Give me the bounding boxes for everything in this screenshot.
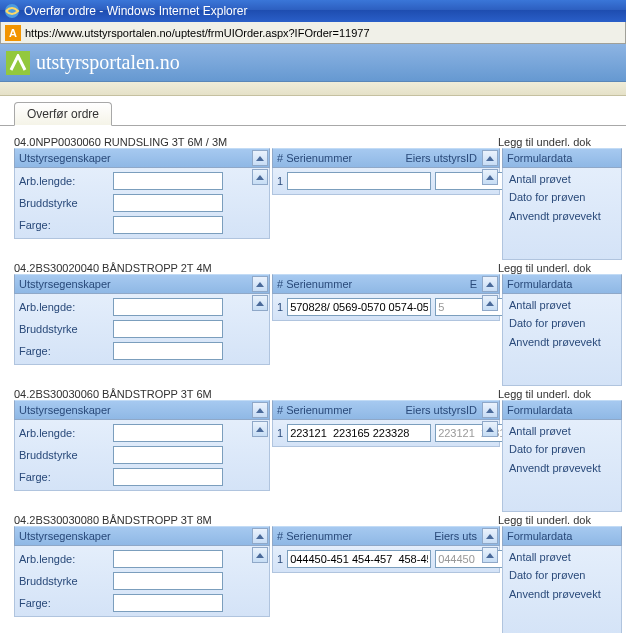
panel-title-utstyr: Utstyrsegenskaper: [19, 404, 111, 416]
expand-icon[interactable]: [252, 295, 268, 311]
input-farge[interactable]: [113, 468, 223, 486]
ie-icon: [4, 3, 20, 19]
col-header-eiers-utstyrsid: E: [386, 278, 495, 290]
panel-utstyrsegenskaper: Utstyrsegenskaper Arb.lengde: Bruddstyrk…: [14, 274, 270, 386]
order-title: 04.2BS30020040 BÅNDSTROPP 2T 4M: [14, 262, 498, 274]
panel-title-utstyr: Utstyrsegenskaper: [19, 530, 111, 542]
collapse-icon[interactable]: [252, 402, 268, 418]
order-title: 04.2BS30030060 BÅNDSTROPP 3T 6M: [14, 388, 498, 400]
col-header-serienummer: # Serienummer: [277, 152, 386, 164]
label-dato-for-proven: Dato for prøven: [503, 564, 621, 582]
label-antall-provet: Antall prøvet: [503, 294, 621, 312]
row-index: 1: [277, 553, 283, 565]
collapse-icon[interactable]: [482, 150, 498, 166]
order-title: 04.0NPP0030060 RUNDSLING 3T 6M / 3M: [14, 136, 498, 148]
input-arb-lengde[interactable]: [113, 298, 223, 316]
input-farge[interactable]: [113, 594, 223, 612]
panel-formulardata: Formulardata Antall prøvet Dato for prøv…: [502, 526, 622, 633]
label-arb-lengde: Arb.lengde:: [19, 553, 109, 565]
label-antall-provet: Antall prøvet: [503, 168, 621, 186]
expand-icon[interactable]: [252, 421, 268, 437]
label-anvendt-provevekt: Anvendt prøvevekt: [503, 457, 621, 475]
label-arb-lengde: Arb.lengde:: [19, 301, 109, 313]
header-divider: [0, 82, 626, 96]
tab-row: Overfør ordre: [0, 96, 626, 126]
add-underlying-doc-link[interactable]: Legg til underl. dok: [498, 262, 591, 274]
input-serienummer[interactable]: [287, 550, 431, 568]
expand-icon[interactable]: [252, 547, 268, 563]
collapse-icon[interactable]: [252, 528, 268, 544]
row-index: 1: [277, 175, 283, 187]
expand-icon[interactable]: [482, 547, 498, 563]
label-dato-for-proven: Dato for prøven: [503, 186, 621, 204]
input-arb-lengde[interactable]: [113, 550, 223, 568]
panel-title-utstyr: Utstyrsegenskaper: [19, 278, 111, 290]
site-name: utstyrsportalen.no: [36, 51, 180, 74]
collapse-icon[interactable]: [482, 528, 498, 544]
col-header-serienummer: # Serienummer: [277, 530, 386, 542]
add-underlying-doc-link[interactable]: Legg til underl. dok: [498, 514, 591, 526]
row-index: 1: [277, 427, 283, 439]
collapse-icon[interactable]: [252, 150, 268, 166]
label-farge: Farge:: [19, 471, 109, 483]
label-farge: Farge:: [19, 345, 109, 357]
add-underlying-doc-link[interactable]: Legg til underl. dok: [498, 136, 591, 148]
panel-title-formular: Formulardata: [507, 404, 572, 416]
input-farge[interactable]: [113, 342, 223, 360]
address-bar: A https://www.utstyrsportalen.no/uptest/…: [0, 22, 626, 44]
main-content: 04.0NPP0030060 RUNDSLING 3T 6M / 3M Legg…: [0, 126, 626, 633]
input-bruddstyrke[interactable]: [113, 446, 223, 464]
label-anvendt-provevekt: Anvendt prøvevekt: [503, 583, 621, 601]
label-farge: Farge:: [19, 597, 109, 609]
collapse-icon[interactable]: [482, 276, 498, 292]
input-bruddstyrke[interactable]: [113, 194, 223, 212]
expand-icon[interactable]: [482, 169, 498, 185]
order-block: 04.2BS30020040 BÅNDSTROPP 2T 4M Legg til…: [14, 262, 622, 386]
site-logo-icon: [6, 51, 30, 75]
panel-serienummer: # Serienummer Eiers utstyrsID 1: [272, 400, 500, 512]
input-arb-lengde[interactable]: [113, 172, 223, 190]
expand-icon[interactable]: [482, 295, 498, 311]
panel-serienummer: # Serienummer Eiers uts 1: [272, 526, 500, 633]
panel-utstyrsegenskaper: Utstyrsegenskaper Arb.lengde: Bruddstyrk…: [14, 400, 270, 512]
input-serienummer[interactable]: [287, 424, 431, 442]
input-farge[interactable]: [113, 216, 223, 234]
expand-icon[interactable]: [482, 421, 498, 437]
label-farge: Farge:: [19, 219, 109, 231]
col-header-serienummer: # Serienummer: [277, 404, 386, 416]
panel-title-formular: Formulardata: [507, 152, 572, 164]
tab-overfor-ordre[interactable]: Overfør ordre: [14, 102, 112, 126]
label-bruddstyrke: Bruddstyrke: [19, 575, 109, 587]
label-arb-lengde: Arb.lengde:: [19, 427, 109, 439]
label-dato-for-proven: Dato for prøven: [503, 438, 621, 456]
input-bruddstyrke[interactable]: [113, 572, 223, 590]
panel-formulardata: Formulardata Antall prøvet Dato for prøv…: [502, 400, 622, 512]
panel-serienummer: # Serienummer E 1: [272, 274, 500, 386]
label-anvendt-provevekt: Anvendt prøvevekt: [503, 205, 621, 223]
order-block: 04.0NPP0030060 RUNDSLING 3T 6M / 3M Legg…: [14, 136, 622, 260]
add-underlying-doc-link[interactable]: Legg til underl. dok: [498, 388, 591, 400]
panel-utstyrsegenskaper: Utstyrsegenskaper Arb.lengde: Bruddstyrk…: [14, 526, 270, 633]
order-block: 04.2BS30030080 BÅNDSTROPP 3T 8M Legg til…: [14, 514, 622, 633]
input-serienummer[interactable]: [287, 298, 431, 316]
col-header-serienummer: # Serienummer: [277, 278, 386, 290]
site-header: utstyrsportalen.no: [0, 44, 626, 82]
label-bruddstyrke: Bruddstyrke: [19, 197, 109, 209]
order-block: 04.2BS30030060 BÅNDSTROPP 3T 6M Legg til…: [14, 388, 622, 512]
col-header-eiers-utstyrsid: Eiers uts: [386, 530, 495, 542]
col-header-eiers-utstyrsid: Eiers utstyrsID: [386, 152, 495, 164]
panel-serienummer: # Serienummer Eiers utstyrsID 1: [272, 148, 500, 260]
favicon-icon: A: [5, 25, 21, 41]
panel-formulardata: Formulardata Antall prøvet Dato for prøv…: [502, 274, 622, 386]
collapse-icon[interactable]: [482, 402, 498, 418]
input-arb-lengde[interactable]: [113, 424, 223, 442]
input-serienummer[interactable]: [287, 172, 431, 190]
label-antall-provet: Antall prøvet: [503, 420, 621, 438]
input-bruddstyrke[interactable]: [113, 320, 223, 338]
window-title: Overfør ordre - Windows Internet Explore…: [24, 4, 247, 18]
label-bruddstyrke: Bruddstyrke: [19, 323, 109, 335]
expand-icon[interactable]: [252, 169, 268, 185]
window-titlebar: Overfør ordre - Windows Internet Explore…: [0, 0, 626, 22]
collapse-icon[interactable]: [252, 276, 268, 292]
label-anvendt-provevekt: Anvendt prøvevekt: [503, 331, 621, 349]
